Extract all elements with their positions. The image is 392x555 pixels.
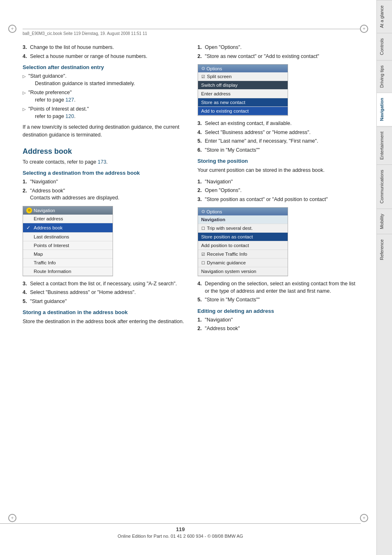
row-text: Address book [34, 225, 62, 230]
list-text: Change to the list of house numbers. [30, 44, 114, 51]
row-text: Map [34, 252, 43, 257]
right-sidebar: At a glance Controls Driving tips Naviga… [376, 0, 392, 555]
list-text: Enter "Last name" and, if necessary, "Fi… [205, 138, 318, 145]
storing-position-steps: 1. "Navigation" 2. Open "Options". 3. "S… [198, 178, 360, 204]
list-text: Open "Options". [205, 187, 242, 194]
options-row-highlight2: Add to existing contact [198, 107, 288, 116]
options-row-subheading: Navigation [198, 215, 288, 224]
list-item: 4. Select "Business address" or "Home ad… [23, 289, 185, 296]
bullet-item: ▷ "Points of Interest at dest."refer to … [23, 106, 185, 120]
editing-section: Editing or deleting an address 1. "Navig… [198, 308, 360, 333]
list-item: 2. "Address book"Contacts with addresses… [23, 187, 185, 202]
tab-driving-tips[interactable]: Driving tips [377, 60, 392, 92]
nav-icon: ⊙ [201, 209, 205, 214]
options-row-add: Add position to contact [198, 241, 288, 250]
selection-note: If a new town/city is selected during de… [23, 123, 185, 139]
bullet-text: "Route preference"refer to page 127. [28, 89, 76, 104]
options-row: Enter address [198, 90, 288, 98]
address-book-section: Address book To create contacts, refer t… [23, 147, 185, 326]
nav-icon: ⊙ [26, 208, 32, 213]
editing-steps: 1. "Navigation" 2. "Address book" [198, 317, 360, 333]
titlebar-text: Navigation [34, 208, 55, 213]
main-content: ba8_E90M3_cic.book Seite 119 Dienstag, 1… [0, 0, 376, 555]
bullet-arrow: ▷ [23, 74, 26, 87]
row-text: Receive Traffic Info [207, 252, 247, 257]
list-item: 3. Change to the list of house numbers. [23, 44, 185, 51]
selecting-steps2: 3. Select a contact from the list or, if… [23, 280, 185, 305]
intro-list: 3. Change to the list of house numbers. … [23, 44, 185, 60]
titlebar-text: Options [207, 209, 222, 214]
file-header: ba8_E90M3_cic.book Seite 119 Dienstag, 1… [23, 29, 360, 36]
storing-position-steps2: 4. Depending on the selection, select an… [198, 280, 360, 304]
page-link[interactable]: 120 [65, 113, 74, 119]
bullet-arrow: ▷ [23, 106, 26, 120]
right-column: 1. Open "Options". 2. "Store as new cont… [198, 44, 360, 337]
row-text: Navigation system version [201, 269, 256, 274]
address-book-intro: To create contacts, refer to page 173. [23, 158, 185, 166]
screenshot-row: Route Information [23, 267, 113, 276]
selection-bullets: ▷ "Start guidance".Destination guidance … [23, 73, 185, 120]
row-text: Enter address [34, 216, 63, 221]
list-item: 1. "Navigation" [198, 178, 360, 186]
list-item: 4. Select "Business address" or "Home ad… [198, 129, 360, 136]
list-num: 4. [23, 53, 28, 60]
tab-reference[interactable]: Reference [377, 234, 392, 265]
selection-heading: Selection after destination entry [23, 64, 185, 70]
selecting-steps: 1. "Navigation" 2. "Address book"Contact… [23, 178, 185, 202]
tab-at-a-glance[interactable]: At a glance [377, 0, 392, 33]
list-text: "Navigation" [30, 178, 58, 186]
options-row-version: Navigation system version [198, 267, 288, 276]
page-link[interactable]: 173 [98, 159, 106, 165]
tab-communications[interactable]: Communications [377, 164, 392, 208]
list-num: 2. [198, 53, 203, 60]
list-item: 5. "Start guidance" [23, 298, 185, 305]
tab-controls[interactable]: Controls [377, 33, 392, 60]
list-num: 2. [23, 187, 28, 202]
options-row: ☑ Split screen [198, 72, 288, 81]
list-item: 3. "Store position as contact" or "Add p… [198, 196, 360, 204]
titlebar-text: Options [207, 66, 222, 71]
list-text: "Start guidance" [30, 298, 67, 305]
list-text: Select an existing contact, if available… [205, 120, 292, 127]
tab-mobility[interactable]: Mobility [377, 208, 392, 234]
row-text: Add position to contact [201, 243, 249, 248]
tab-entertainment[interactable]: Entertainment [377, 126, 392, 164]
list-text: Select a house number or range of house … [30, 53, 148, 60]
list-item: 2. "Address book" [198, 325, 360, 333]
row-text: Split screen [207, 74, 232, 79]
list-num: 1. [23, 178, 28, 186]
tab-navigation[interactable]: Navigation [377, 92, 392, 126]
screenshot-row: Enter address [23, 215, 113, 223]
page-number: 119 [0, 526, 361, 532]
bullet-item: ▷ "Route preference"refer to page 127. [23, 89, 185, 104]
list-item: 3. Select a contact from the list or, if… [23, 280, 185, 288]
nav-icon: ⊙ [201, 66, 205, 71]
selection-section: Selection after destination entry ▷ "Sta… [23, 64, 185, 139]
row-text: Navigation [201, 217, 226, 222]
page-link[interactable]: 127 [65, 97, 74, 103]
row-text: Store position as contact [201, 234, 253, 239]
storing-dest-intro: Store the destination in the address boo… [23, 318, 185, 326]
options-row-receive: ☑ Receive Traffic Info [198, 250, 288, 259]
screenshot-row: Last destinations [23, 233, 113, 241]
list-item: 5. Enter "Last name" and, if necessary, … [198, 138, 360, 145]
list-item: 3. Select an existing contact, if availa… [198, 120, 360, 127]
list-num: 5. [23, 298, 28, 305]
file-header-text: ba8_E90M3_cic.book Seite 119 Dienstag, 1… [23, 31, 147, 36]
row-text: Store as new contact [201, 100, 245, 105]
list-num: 2. [198, 325, 203, 333]
page-outer: ba8_E90M3_cic.book Seite 119 Dienstag, 1… [0, 0, 392, 555]
options-screenshot-2: ⊙ Options Navigation ☐ Trip with several… [198, 207, 288, 276]
row-text: Switch off display [201, 83, 238, 88]
nav-screenshot: ⊙ Navigation Enter address ✓ Address boo… [23, 206, 113, 276]
list-text: "Address book"Contacts with addresses ar… [30, 187, 119, 202]
row-text: Traffic Info [34, 260, 56, 265]
list-num: 1. [198, 178, 203, 186]
list-num: 1. [198, 317, 203, 324]
options-row-dynamic: ☐ Dynamic guidance [198, 259, 288, 267]
bullet-arrow: ▷ [23, 90, 26, 104]
bullet-text: "Points of Interest at dest."refer to pa… [28, 106, 89, 120]
screenshot-row: Points of Interest [23, 241, 113, 250]
left-column: 3. Change to the list of house numbers. … [23, 44, 185, 337]
options-row-checkbox: ☐ Trip with several dest. [198, 224, 288, 233]
